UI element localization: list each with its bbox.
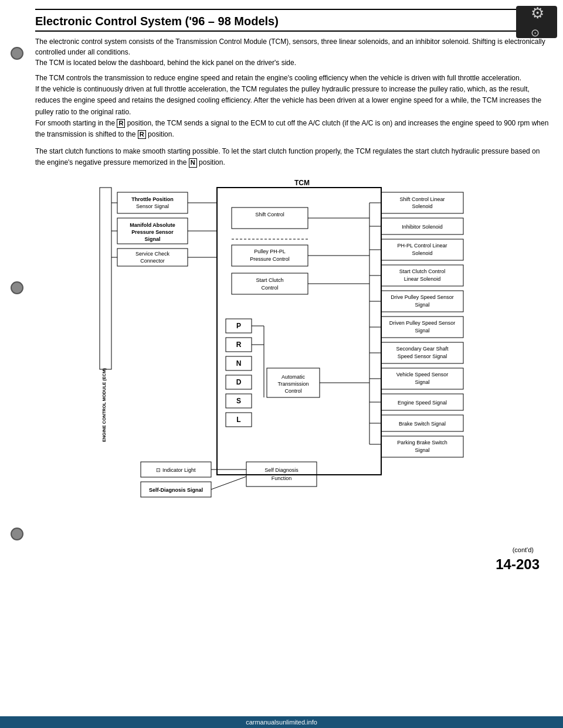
contd-text: (cont'd) — [35, 546, 534, 553]
intro-para-2: The TCM is located below the dashboard, … — [35, 57, 551, 68]
parking-brake-1: Parking Brake Switch — [397, 440, 447, 445]
ecm-rect — [100, 188, 111, 369]
brake-switch-label: Brake Switch Signal — [399, 421, 446, 427]
auto-trans-2: Transmission — [277, 381, 308, 387]
tcm-outer-rect — [217, 188, 381, 475]
indicator-label: ⊡ Indicator Light — [156, 467, 196, 473]
intro-para-1: The electronic control system consists o… — [35, 36, 551, 57]
throttle-label-1: Throttle Position — [131, 196, 174, 202]
binder-hole-middle — [11, 281, 23, 294]
manifold-label-1: Manifold Absolute — [130, 222, 175, 228]
intro-text: The electronic control system consists o… — [35, 36, 551, 68]
body-para-3: For smooth starting in the R position, t… — [35, 118, 551, 140]
page-title: Electronic Control System ('96 – 98 Mode… — [35, 15, 551, 28]
start-clutch-box — [232, 273, 308, 294]
r-label: R — [236, 341, 242, 349]
driven-pulley-1: Driven Pulley Speed Sensor — [389, 320, 456, 326]
secondary-gear-2: Speed Sensor Signal — [398, 353, 447, 359]
title-rule — [35, 9, 551, 10]
body-para-2: If the vehicle is continuously driven at… — [35, 84, 551, 118]
service-label-2: Connector — [140, 258, 165, 264]
s-label: S — [236, 397, 241, 405]
start-sol-2: Linear Solenoid — [404, 276, 441, 282]
tcm-label: TCM — [294, 179, 310, 187]
shift-control-label-1: Shift Control — [255, 212, 284, 217]
self-diag-func-2: Function — [272, 475, 292, 481]
shift-sol-box — [381, 192, 463, 213]
body-para-1: The TCM controls the transmission to red… — [35, 73, 551, 84]
binder-hole-top — [11, 47, 23, 60]
throttle-box — [117, 192, 188, 213]
page-number: 14-203 — [35, 556, 540, 573]
n-label: N — [236, 359, 242, 368]
diagram-container: TCM ENGINE CONTROL MODULE (ECM) Throttle… — [82, 175, 504, 540]
watermark: carmanualsunlimited.info — [0, 716, 563, 728]
start-clutch-label-2: Control — [261, 285, 278, 291]
pulley-label-1: Pulley PH-PL — [254, 249, 286, 254]
auto-trans-3: Control — [284, 388, 301, 394]
start-sol-1: Start Clutch Control — [399, 268, 446, 274]
vehicle-speed-2: Signal — [415, 379, 429, 385]
l-label: L — [236, 416, 240, 424]
service-label-1: Service Check — [135, 251, 170, 257]
title-rule-bottom — [35, 30, 551, 32]
self-diag-label: Self-Diagnosis Signal — [149, 487, 203, 493]
logo-icon: ⚙⊙ — [531, 4, 543, 40]
phpl-1: PH-PL Control Linear — [397, 243, 447, 249]
p-label: P — [236, 322, 241, 330]
auto-trans-1: Automatic — [282, 374, 306, 380]
drive-pulley-1: Drive Pulley Speed Sensor — [391, 294, 454, 300]
ecm-label: ENGINE CONTROL MODULE (ECM) — [101, 368, 107, 442]
logo-area: ⚙⊙ — [516, 6, 557, 38]
inhibitor-label: Inhibitor Solenoid — [402, 224, 443, 230]
manifold-label-2: Pressure Sensor — [131, 229, 174, 235]
start-clutch-label-1: Start Clutch — [256, 277, 283, 283]
manifold-label-3: Signal — [144, 236, 160, 242]
body-para-4-wrap: The start clutch functions to make smoot… — [35, 146, 551, 168]
pulley-label-2: Pressure Control — [250, 256, 290, 262]
binder-hole-bottom — [11, 528, 23, 540]
vehicle-speed-1: Vehicle Speed Sensor — [396, 372, 449, 377]
drive-pulley-2: Signal — [415, 302, 429, 308]
shift-control-box — [232, 207, 308, 229]
shift-sol-1: Shift Control Linear — [399, 196, 445, 202]
body-text: The TCM controls the transmission to red… — [35, 73, 551, 140]
secondary-gear-1: Secondary Gear Shaft — [396, 346, 449, 352]
body-para-4: The start clutch functions to make smoot… — [35, 146, 551, 168]
watermark-text: carmanualsunlimited.info — [246, 719, 317, 726]
parking-brake-2: Signal — [415, 447, 429, 453]
engine-speed-label: Engine Speed Signal — [398, 400, 447, 406]
shift-sol-2: Solenoid — [412, 203, 432, 209]
self-diag-func-1: Self Diagnosis — [264, 467, 299, 473]
driven-pulley-2: Signal — [415, 328, 429, 334]
diagram-svg: TCM ENGINE CONTROL MODULE (ECM) Throttle… — [82, 175, 504, 538]
main-content: Electronic Control System ('96 – 98 Mode… — [35, 0, 551, 573]
d-label: D — [236, 378, 242, 386]
throttle-label-2: Sensor Signal — [136, 203, 169, 209]
selfdiag-line — [211, 477, 246, 489]
phpl-2: Solenoid — [412, 250, 432, 256]
